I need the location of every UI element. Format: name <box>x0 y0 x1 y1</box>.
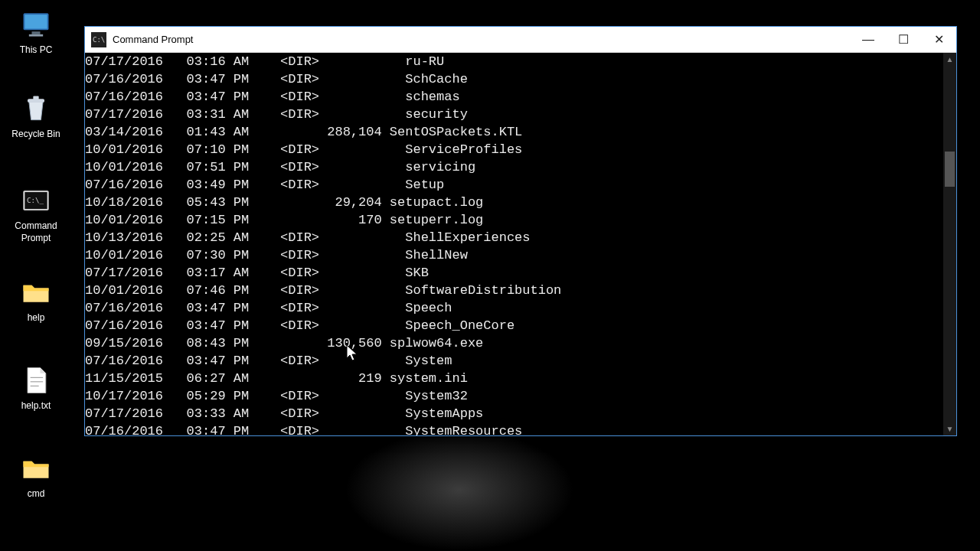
dir-listing-row: 10/01/2016 07:15 PM 170 setuperr.log <box>85 211 943 229</box>
desktop-icon-help-folder[interactable]: help <box>2 276 70 324</box>
dir-listing-row: 11/15/2015 06:27 AM 219 system.ini <box>85 370 943 387</box>
desktop-icon-label: help.txt <box>2 400 70 412</box>
dir-listing-row: 10/13/2016 02:25 AM <DIR> ShellExperienc… <box>85 229 943 246</box>
svg-rect-2 <box>32 31 41 34</box>
dir-listing-row: 10/01/2016 07:46 PM <DIR> SoftwareDistri… <box>85 282 943 299</box>
scrollbar-down-arrow-icon[interactable]: ▼ <box>943 422 956 435</box>
scrollbar-up-arrow-icon[interactable]: ▲ <box>943 53 956 66</box>
command-prompt-app-icon: C:\ <box>91 32 106 47</box>
svg-rect-1 <box>24 15 47 28</box>
dir-listing-row: 07/17/2016 03:17 AM <DIR> SKB <box>85 264 943 282</box>
desktop-icon-label: cmd <box>2 488 70 500</box>
dir-listing-row: 07/16/2016 03:47 PM <DIR> SystemResource… <box>85 422 943 435</box>
command-prompt-icon: C:\_ <box>19 184 53 217</box>
terminal-output[interactable]: 07/17/2016 03:16 AM <DIR> ru-RU07/16/201… <box>85 53 943 435</box>
terminal-wrapper: 07/17/2016 03:16 AM <DIR> ru-RU07/16/201… <box>85 53 956 435</box>
dir-listing-row: 10/17/2016 05:29 PM <DIR> System32 <box>85 387 943 405</box>
command-prompt-window[interactable]: C:\ Command Prompt — ☐ ✕ 07/17/2016 03:1… <box>84 26 957 436</box>
window-titlebar[interactable]: C:\ Command Prompt — ☐ ✕ <box>85 27 956 53</box>
desktop-icon-label: This PC <box>2 44 70 57</box>
desktop-icon-command-prompt[interactable]: C:\_ Command Prompt <box>2 184 70 244</box>
dir-listing-row: 10/01/2016 07:51 PM <DIR> servicing <box>85 158 943 176</box>
desktop-icon-label: help <box>2 312 70 324</box>
maximize-button[interactable]: ☐ <box>886 27 921 52</box>
dir-listing-row: 09/15/2016 08:43 PM 130,560 splwow64.exe <box>85 334 943 352</box>
folder-icon <box>19 276 53 309</box>
text-file-icon <box>19 364 53 397</box>
dir-listing-row: 03/14/2016 01:43 AM 288,104 SentOSPacket… <box>85 123 943 141</box>
dir-listing-row: 07/17/2016 03:16 AM <DIR> ru-RU <box>85 53 943 70</box>
maximize-icon: ☐ <box>898 32 909 47</box>
dir-listing-row: 07/16/2016 03:47 PM <DIR> Speech_OneCore <box>85 317 943 334</box>
dir-listing-row: 07/16/2016 03:49 PM <DIR> Setup <box>85 176 943 194</box>
window-controls: — ☐ ✕ <box>851 27 956 52</box>
close-button[interactable]: ✕ <box>921 27 956 52</box>
folder-icon <box>19 452 53 485</box>
minimize-button[interactable]: — <box>851 27 886 52</box>
wallpaper-glow <box>345 429 574 551</box>
dir-listing-row: 10/18/2016 05:43 PM 29,204 setupact.log <box>85 194 943 211</box>
desktop-icon-label: Recycle Bin <box>2 129 70 141</box>
desktop-icon-recycle-bin[interactable]: Recycle Bin <box>2 92 70 141</box>
svg-text:C:\_: C:\_ <box>27 196 44 204</box>
dir-listing-row: 07/17/2016 03:33 AM <DIR> SystemApps <box>85 405 943 422</box>
desktop-icon-this-pc[interactable]: This PC <box>2 8 70 57</box>
recycle-bin-icon <box>19 92 53 126</box>
dir-listing-row: 07/16/2016 03:47 PM <DIR> System <box>85 352 943 370</box>
dir-listing-row: 10/01/2016 07:30 PM <DIR> ShellNew <box>85 246 943 264</box>
scrollbar-track[interactable] <box>943 66 956 422</box>
dir-listing-row: 07/16/2016 03:47 PM <DIR> SchCache <box>85 70 943 88</box>
window-title: Command Prompt <box>113 34 851 45</box>
desktop-icon-label: Command Prompt <box>2 220 70 244</box>
dir-listing-row: 07/16/2016 03:47 PM <DIR> Speech <box>85 299 943 317</box>
dir-listing-row: 10/01/2016 07:10 PM <DIR> ServiceProfile… <box>85 141 943 158</box>
minimize-icon: — <box>862 33 874 47</box>
this-pc-icon <box>19 8 53 41</box>
desktop-icon-cmd-folder[interactable]: cmd <box>2 452 70 500</box>
terminal-scrollbar[interactable]: ▲ ▼ <box>943 53 956 435</box>
svg-rect-5 <box>33 96 38 100</box>
close-icon: ✕ <box>934 32 944 47</box>
desktop-icon-help-txt[interactable]: help.txt <box>2 364 70 412</box>
dir-listing-row: 07/17/2016 03:31 AM <DIR> security <box>85 106 943 123</box>
svg-rect-3 <box>29 34 43 37</box>
dir-listing-row: 07/16/2016 03:47 PM <DIR> schemas <box>85 88 943 106</box>
svg-text:C:\: C:\ <box>93 36 105 44</box>
scrollbar-thumb[interactable] <box>945 152 955 187</box>
